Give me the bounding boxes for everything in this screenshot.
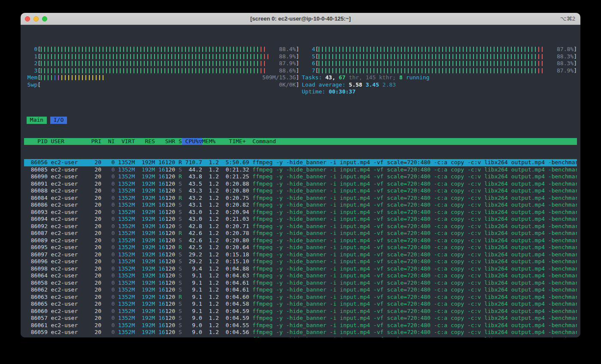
- cell-res: 192M: [135, 286, 155, 294]
- table-row[interactable]: 86057ec2-user2001352M192M16120S9.01.20:0…: [24, 315, 577, 322]
- table-row[interactable]: 86090ec2-user2001352M192M16120R43.81.20:…: [24, 173, 577, 180]
- cell-command: ffmpeg -y -hide_banner -i input.mp4 -vf …: [252, 308, 577, 315]
- table-row[interactable]: 86086ec2-user2001352M192M16120S43.11.20:…: [24, 202, 577, 209]
- meter-track: 87.9%: [319, 67, 574, 75]
- column-header-user[interactable]: USER: [51, 138, 85, 145]
- cell-user: ec2-user: [51, 187, 85, 195]
- column-header-shr[interactable]: SHR: [155, 138, 175, 145]
- cell-user: ec2-user: [51, 265, 85, 273]
- cell-mem: 1.2: [202, 244, 219, 251]
- cell-ni: 0: [101, 294, 115, 301]
- window-titlebar[interactable]: [screen 0: ec2-user@ip-10-0-40-125:~] ⌥⌘…: [21, 13, 580, 25]
- cell-state: R: [175, 230, 182, 237]
- cell-ni: 0: [101, 272, 115, 280]
- cell-pri: 20: [85, 329, 101, 336]
- cell-pid: 86084: [24, 195, 48, 202]
- meter-open-bracket: [: [37, 60, 41, 67]
- cell-ni: 0: [101, 216, 115, 223]
- cell-shr: 16120: [155, 237, 175, 244]
- cell-cpu: 9.4: [182, 265, 202, 273]
- shr-thousands: 16: [158, 237, 165, 244]
- table-row[interactable]: 86087ec2-user2001352M192M16120R42.61.20:…: [24, 230, 577, 237]
- cell-time: 0:20.94: [219, 209, 249, 216]
- table-row[interactable]: 86084ec2-user2001352M192M16120R43.21.20:…: [24, 195, 577, 202]
- meter-close-bracket: ]: [574, 67, 577, 75]
- tab-main[interactable]: Main: [27, 117, 47, 124]
- column-header-pri[interactable]: PRI: [85, 138, 101, 145]
- cell-shr: 16120: [155, 173, 175, 180]
- table-row[interactable]: 86060ec2-user2001352M192M16120S9.11.20:0…: [24, 308, 577, 315]
- cell-shr: 16120: [155, 251, 175, 259]
- table-row[interactable]: 86056ec2-user2001352M192M16120R710.71.25…: [24, 159, 577, 166]
- column-header-ni[interactable]: NI: [101, 138, 115, 145]
- cell-pri: 20: [85, 187, 101, 195]
- table-row[interactable]: 86065ec2-user2001352M192M16120S9.11.20:0…: [24, 301, 577, 308]
- cell-user: ec2-user: [51, 272, 85, 280]
- meter-bar-segment: [538, 54, 545, 59]
- cell-command: ffmpeg -y -hide_banner -i input.mp4 -vf …: [252, 258, 577, 265]
- table-row[interactable]: 86061ec2-user2001352M192M16120S9.01.20:0…: [24, 322, 577, 329]
- shr-remainder: 120: [165, 280, 175, 286]
- cell-state: R: [175, 195, 182, 202]
- cell-pri: 20: [85, 280, 101, 287]
- window-shortcut-badge: ⌥⌘2: [560, 15, 575, 22]
- meter-bar-segment: [41, 75, 55, 80]
- table-row[interactable]: 86091ec2-user2001352M192M16120S43.51.20:…: [24, 180, 577, 188]
- column-header-cpu[interactable]: CPU%▽: [182, 138, 202, 145]
- cell-virt: 1352M: [115, 166, 135, 174]
- cell-pid: 86096: [24, 258, 48, 265]
- meter-close-bracket: ]: [574, 53, 577, 60]
- table-row[interactable]: 86085ec2-user2001352M192M16120S44.21.20:…: [24, 166, 577, 174]
- cell-ni: 0: [101, 280, 115, 287]
- cpu-meter-0: 0[88.4%]: [24, 46, 299, 53]
- cell-mem: 1.2: [202, 237, 219, 244]
- table-row[interactable]: 86097ec2-user2001352M192M16120S29.21.20:…: [24, 251, 577, 259]
- cell-cpu: 43.1: [182, 202, 202, 209]
- shr-thousands: 16: [158, 251, 165, 258]
- column-header-cmd[interactable]: Command: [252, 138, 577, 145]
- cell-pid: 86091: [24, 180, 48, 188]
- cell-user: ec2-user: [51, 244, 85, 251]
- table-row[interactable]: 86094ec2-user2001352M192M16120S43.01.20:…: [24, 216, 577, 223]
- meter-close-bracket: ]: [296, 74, 299, 81]
- table-row[interactable]: 86062ec2-user2001352M192M16120S9.11.20:0…: [24, 286, 577, 294]
- column-header-virt[interactable]: VIRT: [115, 138, 135, 145]
- table-row[interactable]: 86092ec2-user2001352M192M16120S42.81.20:…: [24, 223, 577, 230]
- cell-cpu: 43.5: [182, 180, 202, 188]
- meter-bar-segment: [319, 61, 538, 66]
- column-header-pid[interactable]: PID: [24, 138, 48, 145]
- column-header-res[interactable]: RES: [135, 138, 155, 145]
- table-row[interactable]: 86098ec2-user2001352M192M16120S9.41.20:0…: [24, 265, 577, 273]
- cell-mem: 1.2: [202, 301, 219, 308]
- table-row[interactable]: 86096ec2-user2001352M192M16120S29.21.20:…: [24, 258, 577, 265]
- column-header-time[interactable]: TIME+: [219, 138, 249, 145]
- meter-column-left: 0[88.4%]1[88.9%]2[87.9%]3[88.6%]Mem[509M…: [24, 46, 299, 96]
- shr-thousands: 16: [158, 216, 165, 222]
- table-row[interactable]: 86088ec2-user2001352M192M16120S43.31.20:…: [24, 187, 577, 195]
- column-header-mem[interactable]: MEM%: [202, 138, 219, 145]
- cell-pid: 86059: [24, 329, 48, 336]
- table-row[interactable]: 86095ec2-user2001352M192M16120R42.51.20:…: [24, 244, 577, 251]
- cell-user: ec2-user: [51, 166, 85, 174]
- cell-command: ffmpeg -y -hide_banner -i input.mp4 -vf …: [252, 166, 577, 174]
- table-row[interactable]: 86093ec2-user2001352M192M16120S43.01.20:…: [24, 209, 577, 216]
- cell-cpu: 43.0: [182, 216, 202, 223]
- shr-remainder: 120: [165, 195, 175, 201]
- cell-user: ec2-user: [51, 173, 85, 180]
- table-row[interactable]: 86089ec2-user2001352M192M16120S42.61.20:…: [24, 237, 577, 244]
- table-row[interactable]: 86058ec2-user2001352M192M16120S9.11.20:0…: [24, 280, 577, 287]
- cell-mem: 1.2: [202, 265, 219, 273]
- meter-bar-segment: [58, 75, 61, 80]
- column-header-s[interactable]: S: [175, 138, 182, 145]
- shr-thousands: 16: [158, 329, 165, 335]
- table-row[interactable]: 86064ec2-user2001352M192M16120S9.11.20:0…: [24, 272, 577, 280]
- cell-state: S: [175, 180, 182, 188]
- table-row[interactable]: 86063ec2-user2001352M192M16120R9.11.20:0…: [24, 294, 577, 301]
- cell-shr: 16120: [155, 258, 175, 265]
- table-row[interactable]: 86077ec2-user2001352M192M16120R3.71.20:0…: [24, 336, 577, 338]
- shr-thousands: 16: [158, 301, 165, 307]
- table-row[interactable]: 86059ec2-user2001352M192M16120S9.01.20:0…: [24, 329, 577, 336]
- tab-io[interactable]: I/O: [50, 117, 67, 124]
- cell-command: ffmpeg -y -hide_banner -i input.mp4 -vf …: [252, 329, 577, 336]
- cell-pid: 86061: [24, 322, 48, 329]
